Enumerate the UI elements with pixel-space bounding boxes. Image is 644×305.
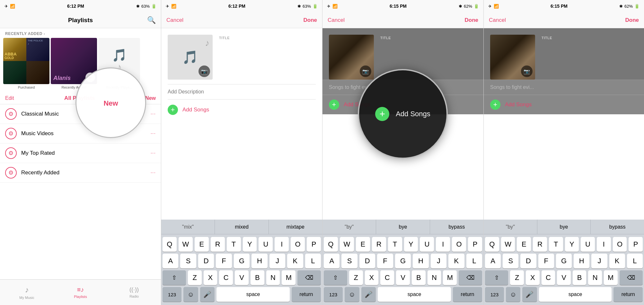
suggestion-by[interactable]: "by" [322,220,376,234]
key-x[interactable]: X [204,270,217,285]
key-z-3[interactable]: Z [349,270,363,285]
key-e[interactable]: E [195,237,209,252]
description-input[interactable] [168,89,316,95]
key-emoji-3r[interactable]: ☺ [506,287,520,302]
key-h[interactable]: H [251,254,267,268]
done-button-2[interactable]: Done [303,17,317,23]
key-t-3[interactable]: T [388,237,402,252]
key-i[interactable]: I [275,237,289,252]
key-return-3r[interactable]: return [613,287,643,302]
key-delete-3[interactable]: ⌫ [459,270,482,285]
key-j[interactable]: J [269,254,285,268]
key-r-3[interactable]: R [372,237,386,252]
key-b-3r[interactable]: B [573,270,587,285]
add-songs-plus-button[interactable]: + [168,105,178,115]
more-icon-classical[interactable]: ··· [151,111,156,117]
tab-playlists[interactable]: ≡♪ Playlists [54,280,107,305]
key-s-3[interactable]: S [341,254,357,268]
suggestion-bye-r[interactable]: bye [537,220,591,234]
key-o-3r[interactable]: O [613,237,627,252]
key-w-3r[interactable]: W [501,237,515,252]
key-m-3r[interactable]: M [604,270,618,285]
purchased-album-thumb[interactable]: ABBA GOLD THE POLICE♪ [3,38,49,84]
key-e-3[interactable]: E [356,237,370,252]
key-c-3[interactable]: C [380,270,394,285]
key-123-3[interactable]: 123 [324,287,343,302]
key-u-3r[interactable]: U [581,237,595,252]
done-button-3[interactable]: Done [464,17,478,23]
key-a-3r[interactable]: A [485,254,501,268]
key-b-3[interactable]: B [412,270,426,285]
key-f-3r[interactable]: F [538,254,554,268]
key-e-3r[interactable]: E [517,237,531,252]
key-l[interactable]: L [305,254,321,268]
key-y[interactable]: Y [243,237,257,252]
key-f-3[interactable]: F [377,254,393,268]
recently-added-section[interactable]: RECENTLY ADDED › [0,28,161,38]
key-m[interactable]: M [282,270,296,285]
key-mic-3[interactable]: 🎤 [361,287,376,302]
suggestion-bypass-r[interactable]: bypass [591,220,644,234]
suggestion-mix[interactable]: "mix" [161,220,215,234]
playlist-item-recently-added[interactable]: ⚙ Recently Added ··· [0,163,161,183]
key-p-3r[interactable]: P [629,237,643,252]
key-n-3r[interactable]: N [588,270,602,285]
key-space-3[interactable]: space [378,287,451,302]
camera-button[interactable]: 📷 [198,65,210,77]
key-l-3[interactable]: L [466,254,482,268]
more-icon-recently-added[interactable]: ··· [151,170,156,176]
edit-button[interactable]: Edit [5,95,14,101]
key-a[interactable]: A [163,254,178,268]
cancel-button-2[interactable]: Cancel [166,17,183,23]
key-q-3r[interactable]: Q [485,237,499,252]
title-input[interactable]: Heroic mix [219,41,316,51]
key-t[interactable]: T [227,237,241,252]
key-g-3r[interactable]: G [556,254,572,268]
suggestion-by-r[interactable]: "by" [484,220,537,234]
key-g[interactable]: G [234,254,250,268]
key-q-3[interactable]: Q [324,237,338,252]
key-m-3[interactable]: M [443,270,457,285]
key-f[interactable]: F [216,254,232,268]
key-shift-3r[interactable]: ⇧ [485,270,508,285]
search-icon[interactable]: 🔍 [147,16,156,24]
key-123[interactable]: 123 [163,287,181,302]
key-k[interactable]: K [287,254,303,268]
key-d-3[interactable]: D [359,254,375,268]
key-shift-3[interactable]: ⇧ [324,270,347,285]
key-emoji-3[interactable]: ☺ [345,287,359,302]
key-j-3[interactable]: J [431,254,446,268]
key-mic-3r[interactable]: 🎤 [522,287,537,302]
cancel-button-3[interactable]: Cancel [328,17,345,23]
camera-button-3r[interactable]: 📷 [521,65,533,77]
key-z-3r[interactable]: Z [510,270,524,285]
key-o[interactable]: O [291,237,305,252]
key-w-3[interactable]: W [340,237,354,252]
more-icon-top-rated[interactable]: ··· [151,150,156,156]
title-input-3r[interactable]: Heroic mix [542,41,638,51]
key-delete-3r[interactable]: ⌫ [620,270,643,285]
key-d-3r[interactable]: D [520,254,536,268]
key-h-3r[interactable]: H [574,254,589,268]
playlist-item-top-rated[interactable]: ⚙ My Top Rated ··· [0,144,161,163]
more-icon-music-videos[interactable]: ··· [151,131,156,136]
key-g-3[interactable]: G [395,254,411,268]
key-p[interactable]: P [307,237,321,252]
key-s[interactable]: S [180,254,196,268]
key-c[interactable]: C [219,270,233,285]
key-r[interactable]: R [211,237,225,252]
key-n-3[interactable]: N [428,270,441,285]
key-l-3r[interactable]: L [627,254,643,268]
suggestion-bypass[interactable]: bypass [430,220,483,234]
key-k-3r[interactable]: K [609,254,625,268]
key-d[interactable]: D [198,254,214,268]
camera-button-3[interactable]: 📷 [360,65,371,77]
suggestion-mixed[interactable]: mixed [215,220,269,234]
key-u[interactable]: U [259,237,273,252]
key-i-3r[interactable]: I [597,237,611,252]
key-v-3[interactable]: V [396,270,410,285]
key-emoji[interactable]: ☺ [183,287,198,302]
key-q[interactable]: Q [163,237,177,252]
zoom-plus-button[interactable]: + [375,107,389,121]
add-songs-label[interactable]: Add Songs [182,107,209,113]
